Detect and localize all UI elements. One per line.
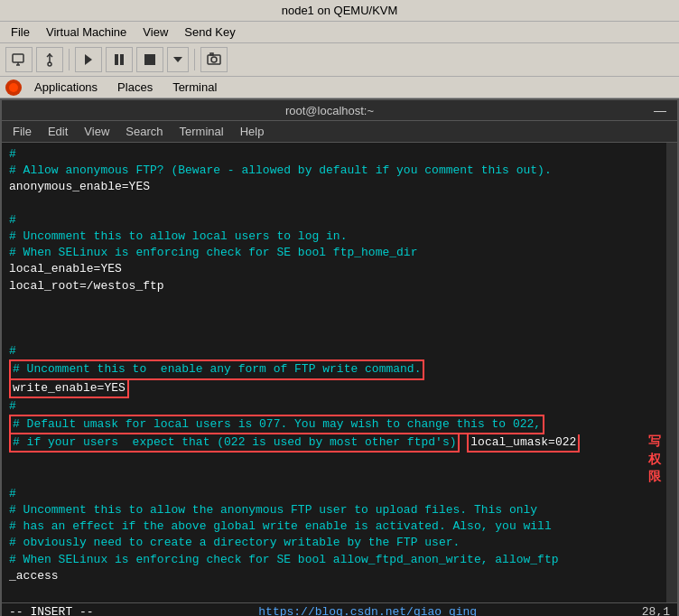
- terminal-menu-file[interactable]: File: [5, 123, 39, 140]
- code-line-3: anonymous_enable=YES: [9, 179, 670, 195]
- usb-button[interactable]: [36, 47, 63, 72]
- menu-bar: File Virtual Machine View Send Key: [0, 22, 679, 43]
- code-line-5: #: [9, 212, 670, 229]
- stop-icon: [143, 52, 157, 67]
- code-line-14: # Uncomment this to enable any form of F…: [9, 359, 424, 379]
- code-line-25: _access: [9, 568, 670, 584]
- terminal-minimize-button[interactable]: —: [650, 103, 670, 117]
- action-dropdown[interactable]: [167, 47, 189, 72]
- applications-menu[interactable]: Applications: [27, 79, 105, 96]
- code-line-12: [9, 327, 670, 343]
- terminal-window: root@localhost:~ — File Edit View Search…: [0, 98, 679, 616]
- chevron-down-icon: [173, 57, 182, 62]
- monitor-icon: [12, 52, 26, 67]
- monitor-button[interactable]: [5, 47, 33, 72]
- code-line-2: # Allow anonymous FTP? (Beware - allowed…: [9, 163, 670, 179]
- svg-rect-10: [144, 54, 155, 65]
- svg-rect-0: [13, 54, 23, 62]
- code-line-7: # When SELinux is enforcing check for SE…: [9, 245, 670, 261]
- terminal-menu-terminal[interactable]: Terminal: [172, 123, 231, 140]
- code-line-16: #: [9, 398, 670, 415]
- places-menu[interactable]: Places: [110, 79, 160, 96]
- pause-icon: [112, 52, 126, 67]
- code-line-19: local_umask=022: [467, 434, 580, 453]
- toolbar: [0, 43, 679, 77]
- code-line-4: [9, 196, 670, 212]
- menu-send-key[interactable]: Send Key: [177, 23, 242, 41]
- code-line-24: # When SELinux is enforcing check for SE…: [9, 552, 670, 568]
- menu-view[interactable]: View: [135, 23, 175, 41]
- code-line-8: local_enable=YES: [9, 261, 670, 277]
- toolbar-separator-2: [194, 49, 195, 70]
- terminal-menu-edit[interactable]: Edit: [41, 123, 75, 140]
- svg-marker-11: [173, 57, 182, 62]
- terminal-menu-help[interactable]: Help: [233, 123, 272, 140]
- terminal-status-bar: -- INSERT -- https://blog.csdn.net/qiao_…: [2, 602, 677, 616]
- screenshot-icon: [207, 52, 221, 67]
- terminal-menu-bar: File Edit View Search Terminal Help: [2, 121, 677, 143]
- svg-rect-13: [210, 53, 213, 55]
- code-line-9: local_root=/westos_ftp: [9, 278, 670, 294]
- terminal-menu-view[interactable]: View: [77, 123, 116, 140]
- svg-rect-8: [115, 54, 118, 65]
- svg-point-15: [9, 83, 18, 92]
- code-line-1: #: [9, 146, 670, 163]
- terminal-menu[interactable]: Terminal: [165, 79, 224, 96]
- play-icon: [81, 52, 96, 67]
- applications-icon: [5, 79, 22, 96]
- screenshot-button[interactable]: [200, 47, 228, 72]
- svg-marker-7: [85, 54, 92, 65]
- code-line-22: # has an effect if the above global writ…: [9, 518, 670, 535]
- code-line-15: write_enable=YES: [9, 380, 129, 398]
- highlighted-section-2: write_enable=YES: [9, 380, 670, 398]
- title-bar: node1 on QEMU/KVM: [0, 0, 679, 22]
- menu-virtual-machine[interactable]: Virtual Machine: [39, 23, 134, 41]
- code-line-6: # Uncomment this to allow local users to…: [9, 229, 670, 245]
- stop-button[interactable]: [136, 47, 163, 72]
- app-bar: Applications Places Terminal: [0, 77, 679, 98]
- usb-icon: [42, 52, 57, 67]
- title-text: node1 on QEMU/KVM: [282, 4, 398, 17]
- terminal-content-area[interactable]: # # Allow anonymous FTP? (Beware - allow…: [2, 143, 677, 602]
- terminal-title-bar: root@localhost:~ —: [2, 100, 677, 121]
- insert-mode-indicator: -- INSERT --: [9, 605, 94, 616]
- pause-button[interactable]: [106, 47, 133, 72]
- svg-rect-9: [120, 54, 124, 65]
- code-line-18: # if your users expect that (022 is used…: [9, 434, 460, 453]
- code-line-10: [9, 294, 670, 311]
- play-button[interactable]: [75, 47, 102, 72]
- code-line-13: #: [9, 343, 670, 359]
- code-line-20: #: [9, 486, 670, 502]
- blog-url: https://blog.csdn.net/qiao_qing: [258, 605, 477, 616]
- code-line-23: # obviously need to create a directory w…: [9, 535, 670, 551]
- highlighted-section-3-wrapper: # Default umask for local users is 077. …: [9, 415, 670, 486]
- highlighted-section-3: # Default umask for local users is 077. …: [9, 415, 637, 453]
- svg-point-14: [211, 57, 217, 62]
- svg-point-4: [48, 62, 51, 66]
- menu-file[interactable]: File: [4, 23, 37, 41]
- code-line-11: [9, 311, 670, 327]
- code-line-21: # Uncomment this to allow the anonymous …: [9, 502, 670, 518]
- toolbar-separator-1: [69, 49, 70, 70]
- terminal-title-text: root@localhost:~: [9, 104, 650, 117]
- cursor-coordinates: 28,1: [642, 605, 670, 616]
- code-line-17: # Default umask for local users is 077. …: [9, 415, 544, 434]
- highlighted-section-1: # Uncomment this to enable any form of F…: [9, 359, 670, 379]
- scrollbar[interactable]: [666, 143, 677, 602]
- terminal-menu-search[interactable]: Search: [118, 123, 170, 140]
